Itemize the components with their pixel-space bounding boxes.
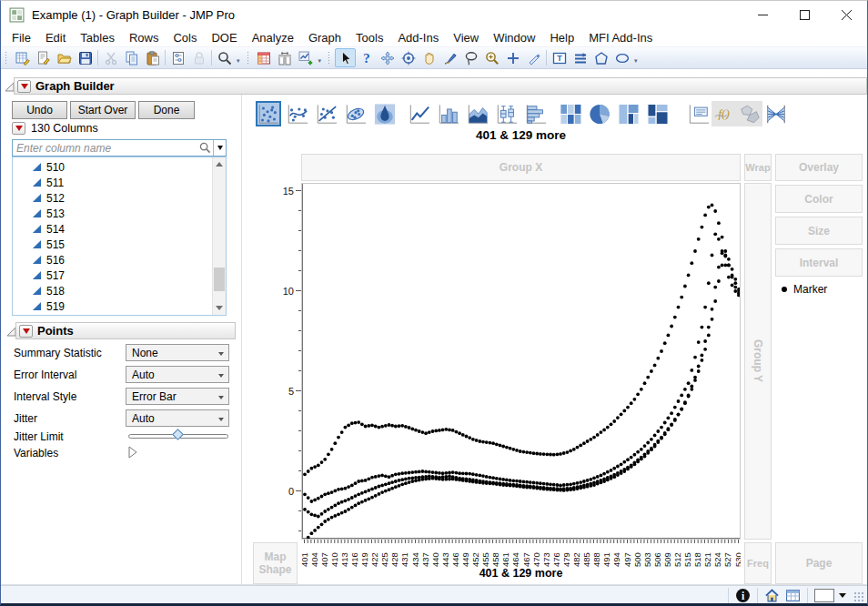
group-x-zone[interactable]: Group X: [301, 154, 741, 181]
column-item-518[interactable]: 518: [13, 283, 195, 298]
menu-help[interactable]: Help: [542, 29, 581, 46]
scrollbar-thumb[interactable]: [214, 268, 225, 291]
menu-edit[interactable]: Edit: [38, 29, 73, 46]
interval-style-dropdown[interactable]: Error Bar: [126, 388, 229, 405]
element-points-icon[interactable]: [256, 101, 281, 126]
element-caption-box-icon[interactable]: [686, 101, 712, 126]
search-filter-dropdown[interactable]: [213, 140, 226, 156]
crosshair-icon[interactable]: [502, 48, 523, 67]
element-bar-chart-icon[interactable]: [436, 101, 461, 126]
interval-zone[interactable]: Interval: [775, 248, 863, 277]
red-triangle-menu[interactable]: [17, 80, 31, 93]
wrap-zone[interactable]: Wrap: [744, 154, 772, 181]
brush-icon[interactable]: [439, 48, 460, 67]
paste-icon[interactable]: [142, 48, 163, 67]
element-treemap-icon[interactable]: [616, 101, 641, 126]
toolbar-grip[interactable]: [247, 51, 251, 66]
polygon-tool-icon[interactable]: [590, 48, 611, 67]
element-mosaic-icon[interactable]: [645, 101, 671, 126]
columns-red-triangle[interactable]: [12, 122, 25, 135]
element-pie-chart-icon[interactable]: [587, 101, 612, 126]
element-histogram-icon[interactable]: [523, 101, 549, 126]
menu-file[interactable]: File: [5, 29, 38, 46]
maximize-button[interactable]: [783, 1, 825, 28]
move-tool-icon[interactable]: [377, 48, 398, 67]
menu-mfi-add-ins[interactable]: MFI Add-Ins: [581, 29, 660, 46]
column-item-515[interactable]: 515: [13, 237, 195, 252]
menu-graph[interactable]: Graph: [301, 29, 348, 46]
column-item-512[interactable]: 512: [13, 190, 195, 206]
help-icon[interactable]: ?: [356, 48, 377, 67]
open-icon[interactable]: [54, 48, 75, 67]
menu-window[interactable]: Window: [486, 29, 542, 46]
menu-tools[interactable]: Tools: [348, 29, 390, 46]
element-box-plot-icon[interactable]: [494, 101, 520, 126]
lock-icon[interactable]: [188, 48, 209, 67]
copy-icon[interactable]: [121, 48, 142, 67]
new-journal-icon[interactable]: [12, 48, 33, 67]
annotate-icon[interactable]: [523, 48, 544, 67]
element-contour-icon[interactable]: [372, 101, 398, 126]
color-zone[interactable]: Color: [775, 185, 863, 213]
pointer-icon[interactable]: [335, 48, 356, 67]
map-shape-zone[interactable]: Map Shape: [253, 542, 298, 584]
element-parallel-plot-icon[interactable]: [763, 101, 789, 126]
minimize-button[interactable]: [742, 1, 783, 28]
lasso-icon[interactable]: [460, 48, 481, 67]
column-search-input[interactable]: [13, 142, 199, 155]
page-zone[interactable]: Page: [775, 542, 863, 584]
column-list-scrollbar[interactable]: [212, 157, 226, 315]
view-selector-box[interactable]: [814, 589, 834, 602]
toolbar-grip[interactable]: [328, 51, 332, 66]
element-smoother-icon[interactable]: [285, 101, 310, 126]
undo-button[interactable]: Undo: [12, 101, 67, 119]
preferences-icon[interactable]: [167, 48, 188, 67]
dropdown-arrow-icon[interactable]: [839, 593, 846, 598]
done-button[interactable]: Done: [138, 101, 195, 119]
menu-add-ins[interactable]: Add-Ins: [390, 29, 446, 46]
columns-icon-icon[interactable]: [275, 48, 296, 67]
new-graph-icon[interactable]: [296, 48, 317, 67]
lines-tool-icon[interactable]: [570, 48, 590, 67]
cut-icon[interactable]: [100, 48, 121, 67]
hand-icon[interactable]: [419, 48, 439, 67]
start-over-button[interactable]: Start Over: [70, 101, 136, 119]
jitter-dropdown[interactable]: Auto: [126, 409, 229, 427]
menu-view[interactable]: View: [446, 29, 486, 46]
toolbar-overflow-icon[interactable]: ▾: [634, 57, 638, 65]
column-item-516[interactable]: 516: [13, 252, 195, 268]
plot-area[interactable]: [301, 183, 741, 540]
home-icon[interactable]: [764, 588, 780, 603]
scroll-down-arrow[interactable]: [213, 301, 226, 315]
size-zone[interactable]: Size: [775, 217, 863, 245]
menu-cols[interactable]: Cols: [166, 29, 204, 46]
element-line-chart-icon[interactable]: [407, 101, 432, 126]
column-item-517[interactable]: 517: [13, 268, 195, 283]
target-icon[interactable]: [398, 48, 419, 67]
column-item-511[interactable]: 511: [13, 175, 195, 190]
menu-tables[interactable]: Tables: [73, 29, 122, 46]
resize-grip[interactable]: [853, 591, 864, 602]
scroll-up-arrow[interactable]: [213, 157, 226, 171]
element-formula-icon[interactable]: f(): [712, 101, 737, 126]
menu-analyze[interactable]: Analyze: [245, 29, 301, 46]
column-item-519[interactable]: 519: [13, 298, 195, 314]
search-icon[interactable]: [214, 48, 235, 67]
column-item-513[interactable]: 513: [13, 206, 195, 221]
data-table-icon[interactable]: [785, 588, 801, 603]
toolbar-overflow-icon[interactable]: ▾: [318, 57, 322, 65]
element-line-of-fit-icon[interactable]: [314, 101, 339, 126]
element-map-shapes-icon[interactable]: [737, 101, 762, 126]
save-icon[interactable]: [75, 48, 96, 67]
toolbar-grip[interactable]: [5, 51, 9, 66]
oval-tool-icon[interactable]: [611, 48, 632, 67]
element-ellipse-icon[interactable]: [343, 101, 368, 126]
textbox-icon[interactable]: T: [549, 48, 570, 67]
freq-zone[interactable]: Freq: [744, 542, 772, 584]
column-item-514[interactable]: 514: [13, 221, 195, 237]
element-heatmap-icon[interactable]: [558, 101, 583, 126]
close-button[interactable]: [825, 1, 867, 28]
variables-disclosure-icon[interactable]: [127, 446, 138, 459]
new-script-icon[interactable]: [33, 48, 54, 67]
menu-rows[interactable]: Rows: [122, 29, 167, 46]
